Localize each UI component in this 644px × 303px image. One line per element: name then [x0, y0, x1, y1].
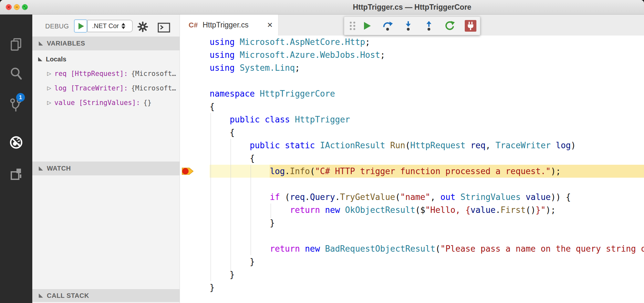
extensions-icon	[8, 166, 24, 182]
collapse-icon	[39, 41, 43, 46]
vscode-window: HttpTrigger.cs — HttpTriggerCore 1	[0, 0, 644, 303]
section-label: WATCH	[47, 165, 71, 172]
collapse-icon	[39, 294, 43, 298]
tab-label: HttpTrigger.cs	[203, 21, 248, 29]
code-line[interactable]: }	[210, 255, 644, 268]
fullscreen-icon	[23, 5, 27, 9]
variable-value: {Microsoft…	[131, 70, 176, 78]
code-line[interactable]: return new BadRequestObjectResult("Pleas…	[210, 242, 644, 255]
variable-name: log [TraceWriter]:	[54, 84, 128, 92]
window-title: HttpTrigger.cs — HttpTriggerCore	[349, 0, 475, 14]
code-line[interactable]	[210, 178, 644, 191]
section-label: VARIABLES	[47, 40, 85, 47]
locals-scope-row[interactable]: Locals	[38, 52, 66, 66]
minimize-window-button[interactable]	[14, 4, 20, 10]
code-line[interactable]: }	[210, 281, 644, 294]
expand-icon[interactable]: ▷	[47, 70, 51, 77]
csharp-file-icon: C#	[189, 21, 198, 29]
files-icon	[8, 37, 24, 52]
code-line[interactable]: if (req.Query.TryGetValue("name", out St…	[210, 191, 644, 204]
code-line[interactable]: using System.Linq;	[210, 61, 644, 74]
code-line[interactable]: using Microsoft.Azure.WebJobs.Host;	[210, 48, 644, 61]
gear-icon	[137, 21, 148, 32]
debug-viewlet-title: DEBUG	[45, 23, 69, 30]
minimize-icon	[15, 5, 18, 9]
configure-launch-button[interactable]	[137, 21, 148, 34]
call-stack-section-header[interactable]: CALL STACK	[32, 289, 180, 302]
debug-icon	[8, 134, 24, 151]
start-debug-button[interactable]	[74, 19, 87, 33]
code-line[interactable]: public static IActionResult Run(HttpRequ…	[210, 139, 644, 152]
code-line[interactable]: {	[210, 126, 644, 139]
console-icon	[158, 23, 171, 33]
code-line[interactable]: {	[210, 152, 644, 165]
sidebar-item-search[interactable]	[0, 61, 32, 86]
disconnect-button[interactable]	[465, 20, 476, 32]
step-into-icon	[403, 20, 414, 32]
step-out-button[interactable]	[423, 20, 434, 32]
code-line[interactable]: log.Info("C# HTTP trigger function proce…	[210, 165, 644, 178]
code-line[interactable]: }	[210, 268, 644, 281]
grip-dots-icon	[348, 20, 357, 32]
watch-section-header[interactable]: WATCH	[32, 162, 180, 175]
continue-icon	[362, 21, 372, 31]
updown-arrows-icon	[121, 23, 125, 29]
code-lines: using Microsoft.AspNetCore.Http;using Mi…	[210, 36, 644, 294]
launch-config-value: .NET Cor	[88, 22, 122, 30]
expand-icon[interactable]: ▷	[47, 99, 51, 106]
continue-button[interactable]	[361, 21, 372, 31]
variable-name: value [StringValues]:	[54, 99, 140, 107]
scope-label: Locals	[46, 56, 66, 63]
code-line[interactable]: using Microsoft.AspNetCore.Http;	[210, 36, 644, 48]
code-line[interactable]	[210, 74, 644, 87]
sidebar-item-extensions[interactable]	[0, 162, 32, 186]
restart-button[interactable]	[444, 20, 455, 32]
code-line[interactable]	[210, 229, 644, 242]
tab-httptrigger-cs[interactable]: C# HttpTrigger.cs ✕	[180, 15, 278, 36]
expand-icon[interactable]: ▷	[47, 85, 51, 91]
open-debug-console-button[interactable]	[158, 23, 171, 34]
tab-close-icon[interactable]: ✕	[267, 21, 273, 29]
debug-arrow-breakpoint-icon	[181, 166, 196, 176]
toolbar-drag-handle[interactable]	[348, 20, 357, 32]
plug-icon	[466, 21, 475, 30]
code-line[interactable]: namespace HttpTriggerCore	[210, 87, 644, 100]
close-window-button[interactable]	[6, 4, 12, 10]
code-line[interactable]: public class HttpTrigger	[210, 113, 644, 126]
step-into-button[interactable]	[403, 20, 414, 32]
traffic-lights	[6, 4, 28, 10]
step-over-button[interactable]	[382, 20, 393, 32]
code-line[interactable]: {	[210, 100, 644, 113]
search-icon	[8, 66, 24, 81]
section-label: CALL STACK	[47, 292, 89, 299]
play-icon	[78, 23, 84, 29]
code-line[interactable]: return new OkObjectResult($"Hello, {valu…	[210, 204, 644, 216]
code-line[interactable]: }	[210, 216, 644, 229]
code-editor[interactable]: using Microsoft.AspNetCore.Http;using Mi…	[180, 36, 644, 303]
step-out-icon	[423, 20, 434, 32]
activity-bar: 1	[0, 15, 32, 303]
debug-sidebar: DEBUG .NET Cor	[32, 15, 180, 303]
sidebar-item-debug[interactable]	[0, 130, 32, 155]
fullscreen-window-button[interactable]	[22, 4, 28, 10]
collapse-icon	[38, 57, 42, 61]
variable-row[interactable]: ▷value [StringValues]:{}	[47, 95, 151, 110]
titlebar[interactable]: HttpTrigger.cs — HttpTriggerCore	[0, 0, 644, 15]
sidebar-item-explorer[interactable]	[0, 32, 32, 57]
breakpoint-current-statement-glyph[interactable]	[181, 166, 196, 178]
variable-name: req [HttpRequest]:	[54, 70, 128, 78]
variables-section-header[interactable]: VARIABLES	[32, 37, 180, 50]
variable-row[interactable]: ▷req [HttpRequest]:{Microsoft…	[47, 66, 176, 81]
restart-icon	[444, 20, 455, 32]
collapse-icon	[39, 166, 43, 171]
variable-value: {Microsoft…	[131, 84, 176, 92]
step-over-icon	[382, 20, 393, 32]
launch-config-dropdown[interactable]: .NET Cor	[87, 20, 133, 32]
variable-row[interactable]: ▷log [TraceWriter]:{Microsoft…	[47, 81, 176, 95]
variable-value: {}	[143, 99, 151, 107]
debug-toolbar	[344, 16, 480, 35]
close-icon	[7, 5, 10, 9]
source-control-badge: 1	[16, 93, 25, 102]
